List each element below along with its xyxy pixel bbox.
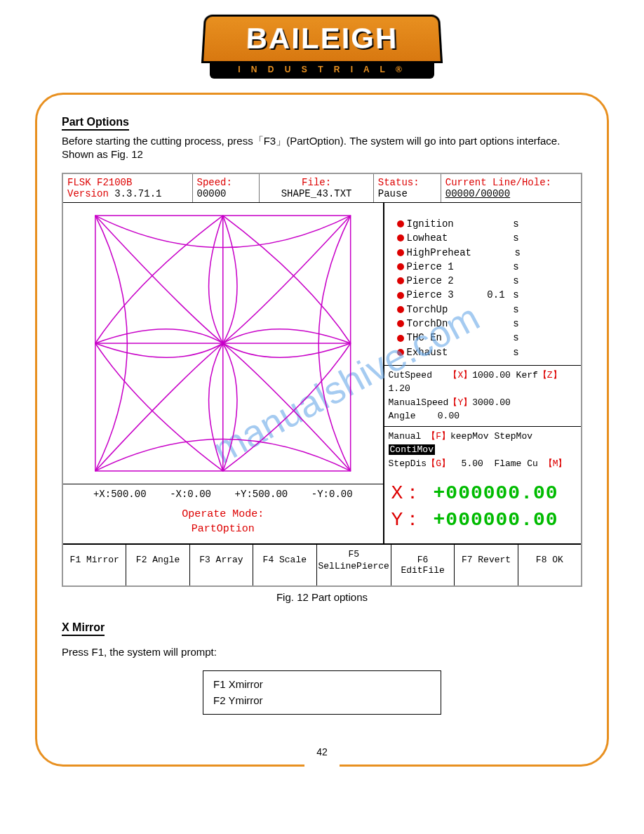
angle-label: Angle: [389, 411, 416, 421]
coord-xm: -X:0.00: [170, 489, 211, 500]
key-g[interactable]: 【G】: [427, 458, 450, 469]
key-m[interactable]: 【M】: [544, 458, 568, 469]
section-text: Before starting the cutting process, pre…: [62, 135, 582, 160]
status-row: Lowheats: [397, 231, 568, 245]
manual-label: Manual: [389, 431, 422, 442]
kerf-label: Kerf: [516, 370, 538, 380]
mirror-text: Press F1, the system will prompt:: [62, 646, 582, 658]
status-dot-icon: [397, 220, 404, 227]
speed-value: 00000: [197, 188, 255, 199]
status-dot-icon: [397, 263, 404, 270]
page-number: 42: [308, 745, 336, 759]
cnc-screen: FLSK F2100B Version 3.3.71.1 Speed: 0000…: [62, 173, 582, 587]
status-label: Ignition: [407, 217, 470, 231]
params-block-2: Manual 【F】keepMov StepMov ContiMov StepD…: [384, 426, 581, 474]
fkey-f4[interactable]: F4 Scale: [253, 545, 316, 585]
status-dot-icon: [397, 335, 404, 342]
fkey-f5[interactable]: F5SelLinePierce: [317, 545, 391, 585]
params-block-1: CutSpeed 【X】1000.00 Kerf【Z】1.20 ManualSp…: [384, 365, 581, 426]
status-label: TorchDn: [407, 317, 470, 331]
status-unit: s: [505, 288, 519, 302]
status-value: 0.1: [470, 288, 505, 302]
model-label: FLSK F2100B: [67, 177, 188, 188]
opmode-label: Operate Mode:: [63, 507, 383, 522]
status-unit: s: [505, 274, 519, 288]
stepdis-val: 5.00: [462, 458, 483, 469]
section-title: Part Options: [62, 116, 129, 131]
status-row: Ignitions: [397, 217, 568, 231]
status-unit: s: [505, 345, 519, 359]
coord-xp: +X:500.00: [93, 489, 147, 500]
fkey-f1[interactable]: F1 Mirror: [63, 545, 126, 585]
logo-name: BAILEIGH: [246, 22, 398, 55]
opmode-value: PartOption: [63, 522, 383, 536]
operate-mode: Operate Mode: PartOption: [63, 504, 383, 543]
key-f[interactable]: 【F】: [427, 431, 450, 442]
mirror-option-y[interactable]: F2 Ymirror: [213, 693, 431, 709]
status-dot-icon: [397, 249, 404, 256]
move-modes: keepMov StepMov: [450, 431, 532, 442]
stepdis-label: StepDis: [389, 458, 427, 469]
mirror-prompt-box: F1 Xmirror F2 Ymirror: [203, 670, 441, 715]
line-value: 00000/00000: [445, 188, 577, 199]
status-dot-icon: [397, 320, 404, 327]
key-y[interactable]: 【Y】: [448, 397, 472, 408]
status-unit: s: [505, 231, 519, 245]
key-z[interactable]: 【Z】: [538, 370, 562, 380]
status-dot-icon: [397, 306, 404, 313]
cut-preview-canvas: [63, 203, 383, 484]
process-status-list: IgnitionsLowheatsHighPreheatsPierce 1sPi…: [384, 203, 581, 365]
coord-ym: -Y:0.00: [311, 489, 353, 500]
file-value: SHAPE_43.TXT: [264, 188, 368, 199]
status-label: Exhaust: [407, 345, 470, 359]
manualspeed-val: 3000.00: [472, 397, 511, 408]
status-row: Pierce 1s: [397, 260, 568, 274]
contimov-badge[interactable]: ContiMov: [389, 444, 435, 455]
fkey-f8[interactable]: F8 OK: [518, 545, 581, 585]
dro-panel: X：+000000.00 Y：+000000.00: [384, 473, 581, 538]
key-x[interactable]: 【X】: [448, 370, 472, 380]
version-label: Version: [67, 188, 109, 199]
dro-x-value: +000000.00: [434, 482, 558, 504]
kerf-val: 1.20: [389, 383, 410, 394]
fkey-f2[interactable]: F2 Angle: [126, 545, 189, 585]
status-label: HighPreheat: [407, 246, 471, 260]
cutspeed-label: CutSpeed: [389, 370, 432, 380]
status-label: THC En: [407, 331, 470, 345]
function-key-bar: F1 MirrorF2 AngleF3 ArrayF4 ScaleF5SelLi…: [63, 543, 581, 585]
status-unit: s: [505, 303, 519, 317]
status-row: TorchUps: [397, 303, 568, 317]
status-dot-icon: [397, 277, 404, 284]
fkey-f3[interactable]: F3 Array: [190, 545, 253, 585]
logo: BAILEIGH I N D U S T R I A L ®: [0, 0, 644, 86]
file-label: File:: [264, 177, 368, 188]
status-unit: s: [505, 331, 519, 345]
status-label: Lowheat: [407, 231, 470, 245]
fkey-f7[interactable]: F7 Revert: [455, 545, 518, 585]
content-frame: Part Options Before starting the cutting…: [35, 93, 609, 767]
version-value: 3.3.71.1: [114, 188, 161, 199]
status-row: Pierce 2s: [397, 274, 568, 288]
status-value: Pause: [378, 188, 436, 199]
screen-header: FLSK F2100B Version 3.3.71.1 Speed: 0000…: [63, 174, 581, 203]
status-row: Pierce 30.1s: [397, 288, 568, 302]
status-dot-icon: [397, 349, 404, 356]
status-dot-icon: [397, 292, 404, 299]
status-unit: s: [507, 246, 521, 260]
status-row: HighPreheats: [397, 246, 568, 260]
manualspeed-label: ManualSpeed: [389, 397, 449, 408]
status-label: Pierce 1: [407, 260, 470, 274]
status-dot-icon: [397, 234, 404, 241]
dro-x-label: X：: [391, 479, 434, 505]
dro-y-label: Y：: [391, 505, 434, 532]
line-label: Current Line/Hole:: [445, 177, 577, 188]
status-unit: s: [505, 317, 519, 331]
mirror-option-x[interactable]: F1 Xmirror: [213, 677, 431, 693]
cutspeed-val: 1000.00: [472, 370, 511, 380]
status-label: Pierce 2: [407, 274, 470, 288]
mirror-title: X Mirror: [62, 621, 105, 636]
coordinates-bar: +X:500.00 -X:0.00 +Y:500.00 -Y:0.00: [63, 484, 383, 504]
status-row: TorchDns: [397, 317, 568, 331]
fkey-f6[interactable]: F6 EditFile: [391, 545, 455, 585]
dro-y-value: +000000.00: [434, 509, 558, 531]
